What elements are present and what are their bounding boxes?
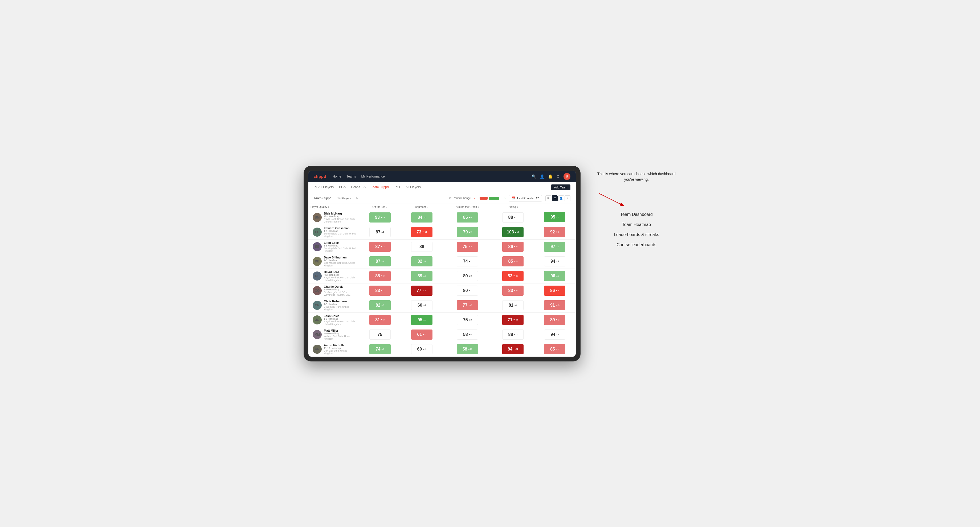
table-row: EC Edward Crossman 1-5 Handicap Sunningd… xyxy=(309,225,576,239)
metric-arrow: 8 xyxy=(381,348,384,350)
col-header-off-tee[interactable]: Off the Tee ↓ xyxy=(359,204,401,210)
metric-arrow: -21 xyxy=(513,348,518,350)
metric-value: 86 xyxy=(508,244,513,249)
metric-box-putting-2: 97 5 xyxy=(544,242,565,252)
round-change-label: 20 Round Change xyxy=(449,197,471,200)
user-avatar[interactable]: U xyxy=(563,173,570,180)
subnav: PGAT Players PGA Hcaps 1-5 Team Clippd T… xyxy=(309,182,576,193)
settings-icon[interactable]: ⚙ xyxy=(556,174,560,179)
metric-box-off_tee-5: 77 -14 xyxy=(411,286,433,296)
player-hcp-0: Plus Handicap xyxy=(324,215,357,218)
tab-pga[interactable]: PGA xyxy=(339,183,346,192)
edit-icon[interactable]: ✎ xyxy=(355,197,358,200)
player-cell-4[interactable]: DF David Ford Plus Handicap Royal North … xyxy=(309,268,359,283)
navbar: clippd Home Teams My Performance 🔍 👤 🔔 ⚙… xyxy=(309,171,576,182)
metric-arrow: -3 xyxy=(468,245,472,248)
player-cell-8[interactable]: MM Matt Miller 6-10 Handicap Woburn Golf… xyxy=(309,327,359,342)
metric-box-approach-9: 58 10 xyxy=(457,344,478,354)
metric-value: 60 xyxy=(417,347,422,352)
metric-value: 58 xyxy=(463,347,467,352)
last-rounds-button[interactable]: 📅 Last Rounds: 20 xyxy=(509,195,542,202)
metric-putting-6: 91 -3 xyxy=(534,298,576,313)
tab-all-players[interactable]: All Players xyxy=(406,183,421,192)
metric-player_quality-8: 75 xyxy=(359,327,401,342)
tab-hcaps[interactable]: Hcaps 1-5 xyxy=(351,183,366,192)
nav-myperformance[interactable]: My Performance xyxy=(361,173,385,179)
nav-home[interactable]: Home xyxy=(332,173,341,179)
metric-arrow: -3 xyxy=(381,319,385,321)
metric-arrow: -6 xyxy=(514,289,517,292)
player-cell-6[interactable]: CR Chris Robertson 1-5 Handicap Craigmil… xyxy=(309,298,359,313)
metric-player_quality-0: 93 +4 xyxy=(359,210,401,225)
metric-box-off_tee-0: 84 6 xyxy=(411,213,433,222)
metric-arrow: -3 xyxy=(381,289,385,292)
player-club-5: St. George's Hill GC - Weybridge - Surre… xyxy=(324,291,357,296)
bell-icon[interactable]: 🔔 xyxy=(548,174,552,179)
metric-box-off_tee-9: 60 -1 xyxy=(411,344,433,354)
annotation-panel: This is where you can choose which dashb… xyxy=(597,166,676,247)
player-cell-7[interactable]: JC Josh Coles 1-5 Handicap Royal North D… xyxy=(309,313,359,327)
table-row: JC Josh Coles 1-5 Handicap Royal North D… xyxy=(309,313,576,327)
metric-value: 91 xyxy=(550,303,555,308)
metric-arrow: 3 xyxy=(556,333,559,336)
col-header-putting[interactable]: Putting ↓ xyxy=(492,204,534,210)
metric-value: 89 xyxy=(550,317,555,322)
metric-value: 85 xyxy=(508,259,513,264)
view-download-btn[interactable]: ↓ xyxy=(565,195,570,201)
search-icon[interactable]: 🔍 xyxy=(531,174,536,179)
last-rounds-value: 20 xyxy=(536,197,539,200)
metric-box-putting-9: 85 -4 xyxy=(544,344,565,354)
metric-player_quality-3: 87 4 xyxy=(359,254,401,268)
metric-player_quality-4: 85 -3 xyxy=(359,268,401,283)
metric-arrow: -1 xyxy=(514,216,517,219)
player-name-2: Elliot Ebert xyxy=(324,241,357,244)
player-name-3: Dave Billingham xyxy=(324,256,357,259)
player-cell-9[interactable]: AN Aaron Nicholls 11-15 Handicap Drift G… xyxy=(309,342,359,356)
player-cell-5[interactable]: CQ Charlie Quick 6-10 Handicap St. Georg… xyxy=(309,283,359,298)
tab-pgat-players[interactable]: PGAT Players xyxy=(314,183,334,192)
metric-arrow: 4 xyxy=(423,260,426,262)
view-person-btn[interactable]: 👤 xyxy=(558,195,564,201)
person-icon[interactable]: 👤 xyxy=(540,174,544,179)
metric-box-around_green-0: 88 -1 xyxy=(502,213,523,222)
view-grid-btn[interactable]: ⊞ xyxy=(546,195,551,201)
tab-tour[interactable]: Tour xyxy=(394,183,400,192)
view-list-btn[interactable]: ☰ xyxy=(552,195,558,201)
player-club-1: Sunningdale Golf Club, United Kingdom xyxy=(324,232,357,238)
metric-box-off_tee-3: 82 4 xyxy=(411,256,433,267)
metric-arrow: 6 xyxy=(423,216,426,219)
metric-box-player_quality-5: 83 -3 xyxy=(369,286,391,296)
table-row: CR Chris Robertson 1-5 Handicap Craigmil… xyxy=(309,298,576,313)
player-cell-1[interactable]: EC Edward Crossman 1-5 Handicap Sunningd… xyxy=(309,225,359,239)
player-cell-0[interactable]: BM Blair McHarg Plus Handicap Royal Nort… xyxy=(309,210,359,225)
metric-value: 96 xyxy=(550,274,555,278)
tab-team-clippd[interactable]: Team Clippd xyxy=(371,183,389,192)
metric-approach-3: 74 1 xyxy=(443,254,492,268)
metric-box-putting-7: 89 -2 xyxy=(544,315,565,325)
player-name-7: Josh Coles xyxy=(324,314,357,317)
svg-line-0 xyxy=(599,194,623,205)
metric-arrow: -4 xyxy=(556,348,560,350)
table-row: MM Matt Miller 6-10 Handicap Woburn Golf… xyxy=(309,327,576,342)
player-club-0: Royal North Devon Golf Club, United King… xyxy=(324,218,357,223)
player-cell-2[interactable]: EE Elliot Ebert 1-5 Handicap Sunningdale… xyxy=(309,239,359,254)
metric-arrow: 4 xyxy=(514,304,517,306)
metric-arrow: -10 xyxy=(513,275,518,277)
metric-arrow: 8 xyxy=(469,216,472,219)
player-name-9: Aaron Nicholls xyxy=(324,344,357,347)
metric-value: 81 xyxy=(375,317,380,322)
metric-box-player_quality-7: 81 -3 xyxy=(369,315,391,325)
col-header-player[interactable]: Player Quality ↓ xyxy=(309,204,359,210)
metric-off_tee-8: 61 -3 xyxy=(401,327,442,342)
metric-approach-9: 58 10 xyxy=(443,342,492,356)
add-team-button[interactable]: Add Team xyxy=(551,184,570,190)
player-hcp-2: 1-5 Handicap xyxy=(324,244,357,247)
metric-off_tee-9: 60 -1 xyxy=(401,342,442,356)
col-header-approach[interactable]: Approach ↓ xyxy=(401,204,442,210)
nav-teams[interactable]: Teams xyxy=(347,173,356,179)
player-hcp-4: Plus Handicap xyxy=(324,274,357,276)
col-header-around-green[interactable]: Around the Green ↓ xyxy=(443,204,492,210)
player-cell-3[interactable]: DB Dave Billingham 1-5 Handicap Gog Mago… xyxy=(309,254,359,268)
metric-arrow: -3 xyxy=(556,304,560,306)
metric-box-around_green-3: 85 -3 xyxy=(502,256,523,267)
